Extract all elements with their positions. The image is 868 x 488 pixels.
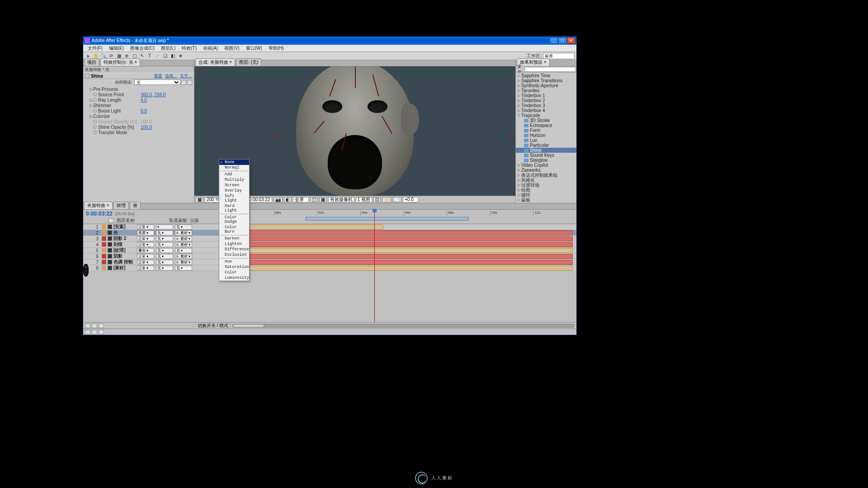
menu-help[interactable]: 帮助(H) (266, 45, 287, 52)
menu-view[interactable]: 视图(V) (222, 45, 242, 52)
tree-node[interactable]: ▷Tinderbox 3 (516, 103, 576, 108)
maximize-button[interactable]: □ (558, 38, 566, 44)
tree-node[interactable]: ▷Taronites (516, 88, 576, 93)
tree-leaf[interactable]: 3D Stroke (516, 118, 576, 123)
menu-item[interactable]: Hard Light (219, 203, 249, 213)
prop-row[interactable]: Transfer Mode (83, 130, 194, 135)
menu-item[interactable]: Hue (219, 259, 249, 264)
timecode[interactable]: 0:00:03:22 (86, 211, 113, 217)
snapshot-icon[interactable]: 📷 (274, 197, 283, 202)
status-btn-2[interactable] (92, 330, 97, 334)
menu-edit[interactable]: 编辑(E) (106, 45, 127, 52)
tree-node[interactable]: ▷Sapphire Transitions (516, 78, 576, 83)
menu-item[interactable]: Overlay (219, 188, 249, 193)
camera-dropdown[interactable]: 有效摄像机 (328, 197, 354, 202)
tab-effect-controls[interactable]: 特效控制台: 光 × (100, 58, 140, 66)
tree-node[interactable]: ▷Tinderbox 1 (516, 93, 576, 98)
tree-leaf[interactable]: Particular (516, 143, 576, 148)
prop-row[interactable]: Boost Light0.0 (83, 108, 194, 113)
timeline-layer-row[interactable]: ◉ 3 阴影 2 正常 ▾ 无 ▾ 8. 素材 ▾ (83, 236, 576, 242)
prop-row[interactable]: ▷Pre-Process (83, 86, 194, 92)
work-area-bar[interactable] (306, 217, 469, 221)
menu-item[interactable]: Exclusion (219, 252, 249, 258)
timeline-layer-row[interactable]: ◉ 6 阴影 正常 ▾ 无 ▾ 8. 素材 ▾ (83, 253, 576, 259)
effect-reset[interactable]: 重置 (154, 73, 162, 79)
menu-item[interactable]: None (219, 160, 249, 165)
timeline-layer-row[interactable]: ◉ 2 光 亮度 ▾ 无 ▾ 8. 素材 ▾ (83, 230, 576, 236)
tree-node[interactable]: ▷蒙板 (516, 197, 576, 202)
menu-file[interactable]: 文件(F) (85, 45, 105, 52)
timeline-layer-row[interactable]: ◉ 1 [安案] 正常 ▾ ▾ 无 ▾ (83, 224, 576, 230)
menu-item[interactable]: Normal (219, 165, 249, 170)
timeline-layer-row[interactable]: ◉ 7 色调 控制 正常 ▾ 无 ▾ 8. 素材 ▾ (83, 259, 576, 265)
tree-node[interactable]: ▷Tinderbox 2 (516, 98, 576, 103)
tree-node[interactable]: ▷Tinderbox 4 (516, 108, 576, 113)
toggle-switches[interactable]: 切换开关 / 模式 (198, 323, 228, 329)
puppet-tool-icon[interactable]: ★ (177, 53, 184, 59)
transparent-icon[interactable]: ▦ (319, 197, 327, 202)
menu-effect[interactable]: 特效(T) (179, 45, 199, 52)
fast-icon[interactable]: ⚡ (382, 197, 391, 202)
tab-project[interactable]: 项目 (84, 58, 99, 66)
timeline-layer-row[interactable]: ◉ 5 [蚊理] 叠加 ▾ 无 ▾ 无 ▾ (83, 248, 576, 253)
prop-row[interactable]: Source Opacity [%]100.0 (83, 119, 194, 124)
prop-row[interactable]: ▷Shimmer (83, 103, 194, 108)
close-button[interactable]: × (567, 38, 575, 44)
tree-leaf[interactable]: Sound Keys (516, 153, 576, 158)
menu-comp[interactable]: 图像合成(C) (127, 45, 157, 52)
status-btn-1[interactable] (85, 330, 90, 334)
motion-blur-icon[interactable] (99, 324, 104, 328)
preset-dropdown[interactable]: 无 (134, 80, 180, 85)
views-dropdown[interactable]: 1 视图 (356, 197, 372, 202)
menu-window[interactable]: 窗口(W) (243, 45, 265, 52)
prop-row[interactable]: ▷Ray Length4.0 (83, 97, 194, 103)
shy-icon[interactable] (85, 324, 90, 328)
menu-layer[interactable]: 图层(L) (158, 45, 178, 52)
tab-timeline-2[interactable]: 纹理 (113, 202, 129, 209)
tab-comp-viewer[interactable]: 合成: 夹脸特效 × (195, 58, 235, 66)
tree-leaf[interactable]: Starglow (516, 158, 576, 163)
search-layer-icon[interactable] (108, 218, 114, 223)
tree-leaf[interactable]: Echospace (516, 123, 576, 128)
exposure-value[interactable]: +0.0 (403, 197, 419, 202)
tree-leaf[interactable]: Form (516, 128, 576, 133)
status-btn-3[interactable] (99, 330, 104, 334)
menu-item[interactable]: Color (219, 270, 249, 275)
effect-options[interactable]: 选项… (165, 73, 177, 79)
prop-row[interactable]: ▷Colorize (83, 113, 194, 119)
preset-prev-icon[interactable] (181, 80, 186, 85)
time-icon[interactable]: 🕐 (392, 197, 401, 202)
alpha-button[interactable]: ▦ (196, 197, 203, 202)
effects-tree[interactable]: ▷Sapphire Time▷Sapphire Transitions▷Synt… (516, 73, 576, 203)
region-icon[interactable]: ▢ (310, 197, 318, 202)
prop-row[interactable]: Shine Opacity [%]100.0 (83, 124, 194, 130)
tree-node[interactable]: ▷Video Copilot (516, 163, 576, 168)
menu-item[interactable]: Difference (219, 247, 249, 252)
tree-leaf[interactable]: Shine (516, 148, 576, 153)
viewer-tc[interactable]: 0:00:03:22 (247, 197, 272, 202)
tree-node[interactable]: ▽Trapcode (516, 113, 576, 118)
menu-anim[interactable]: 动画(A) (200, 45, 221, 52)
menu-item[interactable]: Soft Light (219, 193, 249, 203)
clone-tool-icon[interactable]: ❏ (162, 53, 168, 59)
eraser-tool-icon[interactable]: ◧ (170, 53, 176, 59)
frame-blend-icon[interactable] (92, 324, 97, 328)
menu-item[interactable]: Screen (219, 183, 249, 188)
menu-item[interactable]: Lighten (219, 241, 249, 247)
menu-item[interactable]: Luminosity (219, 275, 249, 281)
preset-next-icon[interactable] (187, 80, 192, 85)
timeline-layer-row[interactable]: ◉ 8 [素材] 正常 ▾ 无 ▾ 无 ▾ (83, 265, 576, 271)
pen-tool-icon[interactable]: ✎ (139, 53, 145, 59)
channel-icon[interactable]: ◐ (284, 197, 292, 202)
source-point-icon[interactable] (275, 136, 278, 139)
playhead-icon[interactable] (374, 210, 375, 224)
timeline-layer-row[interactable]: ◉ 4 刻痕 正常 ▾ 无 ▾ 8. 素材 ▾ (83, 242, 576, 248)
tab-timeline-3[interactable]: 替 (130, 202, 141, 209)
brush-tool-icon[interactable]: ⟋ (154, 53, 160, 59)
pixel-icon[interactable]: ⊡ (373, 197, 381, 202)
full-dropdown[interactable]: 全屏 (293, 197, 309, 202)
prop-row[interactable]: Source Point360.0, 288.0 (83, 92, 194, 97)
zoom-slider[interactable] (232, 324, 575, 328)
tab-layer-viewer[interactable]: 图层: (无) (236, 58, 261, 66)
tree-node[interactable]: ▷Synthetic Aperture (516, 83, 576, 88)
